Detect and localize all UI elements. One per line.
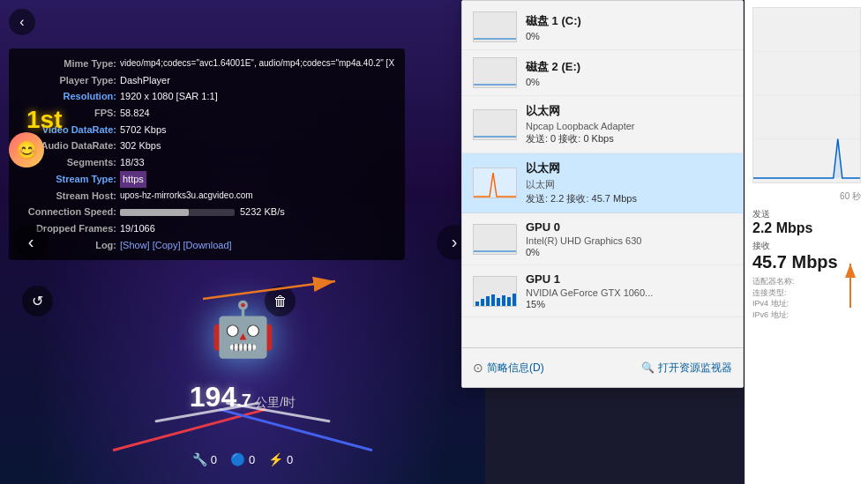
tm-item-gpu1[interactable]: GPU 1 NVIDIA GeForce GTX 1060... 15% — [462, 265, 743, 317]
perf-graph — [752, 7, 861, 183]
log-value[interactable]: [Show] [Copy] [Download] — [120, 237, 232, 254]
collapse-icon: ⊙ — [473, 361, 483, 375]
hud-item-2: 🔵 0 — [230, 452, 255, 466]
tm-item-gpu0-sub: Intel(R) UHD Graphics 630 — [526, 235, 732, 246]
info-panel: Mime Type: video/mp4;codecs="avc1.64001E… — [9, 48, 405, 260]
tm-thumbnail-eth-loopback — [473, 109, 517, 140]
resource-monitor-icon: 🔍 — [641, 361, 655, 374]
stream-type-label: Stream Type: — [19, 171, 116, 188]
back-button[interactable]: ‹ — [9, 9, 35, 35]
player-avatar: 😊 — [9, 132, 44, 168]
trash-button[interactable]: 🗑 — [265, 286, 296, 316]
info-row-segments: Segments: 18/33 — [19, 154, 394, 171]
stream-type-value: https — [120, 171, 146, 188]
tm-thumbnail-gpu1 — [473, 276, 517, 307]
tm-item-eth-main-stat: 发送: 2.2 接收: 45.7 Mbps — [526, 192, 732, 205]
tm-thumbnail-eth-main — [473, 168, 517, 198]
nav-arrow-left[interactable]: ‹ — [13, 225, 49, 260]
tm-item-gpu1-stat: 15% — [526, 299, 732, 309]
hud-value-1: 0 — [211, 453, 217, 466]
fps-value: 58.824 — [120, 105, 150, 122]
info-row-log: Log: [Show] [Copy] [Download] — [19, 237, 394, 254]
speed-indicator: 194.7 公里/时 — [190, 381, 296, 413]
tm-item-disk-c-info: 磁盘 1 (C:) 0% — [526, 13, 732, 41]
tm-item-gpu1-info: GPU 1 NVIDIA GeForce GTX 1060... 15% — [526, 272, 732, 309]
tm-item-eth-loopback-sub: Npcap Loopback Adapter — [526, 121, 732, 131]
hud-value-3: 0 — [287, 453, 293, 466]
info-row-audio-dr: Audio DataRate: 302 Kbps — [19, 138, 394, 154]
tm-item-eth-main-info: 以太网 以太网 发送: 2.2 接收: 45.7 Mbps — [526, 160, 732, 205]
resolution-value: 1920 x 1080 [SAR 1:1] — [120, 88, 218, 105]
bottom-hud: 🔧 0 🔵 0 ⚡ 0 — [192, 452, 294, 466]
svg-rect-2 — [474, 12, 517, 42]
perf-recv-label: 接收 — [752, 240, 861, 252]
tm-item-eth-main-sub: 以太网 — [526, 178, 732, 191]
conn-speed-bar: 5232 KB/s — [120, 204, 285, 220]
perf-send-label: 发送 — [752, 208, 861, 220]
tm-item-disk-e[interactable]: 磁盘 2 (E:) 0% — [462, 50, 743, 96]
perf-detail-panel: 60 秒 发送 2.2 Mbps 接收 45.7 Mbps 适配器名称: 连接类… — [745, 0, 868, 484]
stream-host-label: Stream Host: — [19, 188, 116, 205]
info-row-mime: Mime Type: video/mp4;codecs="avc1.64001E… — [19, 56, 394, 72]
tm-item-disk-e-info: 磁盘 2 (E:) 0% — [526, 59, 732, 87]
task-manager-popup: 磁盘 1 (C:) 0% 磁盘 2 (E:) 0% — [461, 0, 744, 388]
svg-rect-8 — [475, 302, 479, 306]
info-row-conn-speed: Connection Speed: 5232 KB/s — [19, 204, 394, 220]
task-manager-list: 磁盘 1 (C:) 0% 磁盘 2 (E:) 0% — [462, 1, 743, 347]
tm-item-eth-loopback-name: 以太网 — [526, 103, 732, 119]
svg-rect-4 — [474, 110, 517, 140]
tm-item-eth-loopback-stat: 发送: 0 接收: 0 Kbps — [526, 132, 732, 145]
mime-label: Mime Type: — [19, 56, 116, 72]
open-resource-monitor-button[interactable]: 🔍 打开资源监视器 — [641, 361, 732, 376]
tm-item-disk-c-name: 磁盘 1 (C:) — [526, 13, 732, 29]
player-label: Player Type: — [19, 72, 116, 89]
segments-value: 18/33 — [120, 154, 145, 171]
tm-item-gpu0[interactable]: GPU 0 Intel(R) UHD Graphics 630 0% — [462, 213, 743, 265]
tm-item-eth-loopback-info: 以太网 Npcap Loopback Adapter 发送: 0 接收: 0 K… — [526, 103, 732, 145]
hud-item-1: 🔧 0 — [192, 452, 217, 466]
tm-item-eth-loopback[interactable]: 以太网 Npcap Loopback Adapter 发送: 0 接收: 0 K… — [462, 96, 743, 153]
hud-value-2: 0 — [249, 453, 255, 466]
tm-item-eth-main[interactable]: 以太网 以太网 发送: 2.2 接收: 45.7 Mbps — [462, 153, 743, 213]
resource-monitor-label[interactable]: 打开资源监视器 — [658, 361, 732, 376]
hud-icon-2: 🔵 — [230, 452, 245, 466]
tm-item-disk-c[interactable]: 磁盘 1 (C:) 0% — [462, 4, 743, 50]
tm-thumbnail-disk-e — [473, 57, 517, 88]
tm-item-gpu0-stat: 0% — [526, 247, 732, 257]
svg-rect-11 — [491, 294, 495, 306]
hud-item-3: ⚡ 0 — [268, 452, 293, 466]
tm-thumbnail-disk-c — [473, 11, 517, 42]
info-row-player: Player Type: DashPlayer — [19, 72, 394, 89]
info-row-stream-host: Stream Host: upos-hz-mirrorks3u.acgvideo… — [19, 188, 394, 205]
perf-time-label: 60 秒 — [752, 190, 861, 203]
tm-item-gpu0-name: GPU 0 — [526, 220, 732, 234]
hud-icon-1: 🔧 — [192, 452, 207, 466]
upload-arrow — [837, 259, 864, 312]
info-row-dropped: Dropped Frames: 19/1066 — [19, 220, 394, 237]
info-row-fps: FPS: 58.824 — [19, 105, 394, 122]
dropped-value: 19/1066 — [120, 220, 155, 237]
tm-item-gpu1-name: GPU 1 — [526, 272, 732, 286]
info-row-video-dr: Video DataRate: 5702 Kbps — [19, 122, 394, 138]
video-area: ‹ Mime Type: video/mp4;codecs="avc1.6400… — [0, 0, 485, 484]
svg-rect-14 — [507, 297, 511, 306]
rank-badge: 1st — [26, 106, 62, 134]
svg-rect-9 — [481, 299, 484, 306]
refresh-button[interactable]: ↺ — [22, 286, 53, 316]
tm-item-gpu0-info: GPU 0 Intel(R) UHD Graphics 630 0% — [526, 220, 732, 257]
svg-rect-3 — [474, 58, 517, 88]
info-row-stream-type: Stream Type: https — [19, 171, 394, 188]
svg-rect-6 — [474, 225, 517, 255]
info-row-resolution: Resolution: 1920 x 1080 [SAR 1:1] — [19, 88, 394, 105]
collapse-label[interactable]: 简略信息(D) — [487, 361, 544, 376]
svg-rect-15 — [513, 294, 516, 306]
hud-icon-3: ⚡ — [268, 452, 283, 466]
player-value: DashPlayer — [120, 72, 170, 89]
tm-thumbnail-gpu0 — [473, 224, 517, 255]
speed-unit: 公里/时 — [255, 395, 296, 409]
speed-number: 194.7 — [190, 381, 251, 413]
collapse-info-button[interactable]: ⊙ 简略信息(D) — [473, 361, 544, 376]
svg-rect-12 — [497, 298, 500, 306]
perf-send-row: 发送 2.2 Mbps — [752, 208, 861, 236]
perf-send-value: 2.2 Mbps — [752, 220, 861, 236]
